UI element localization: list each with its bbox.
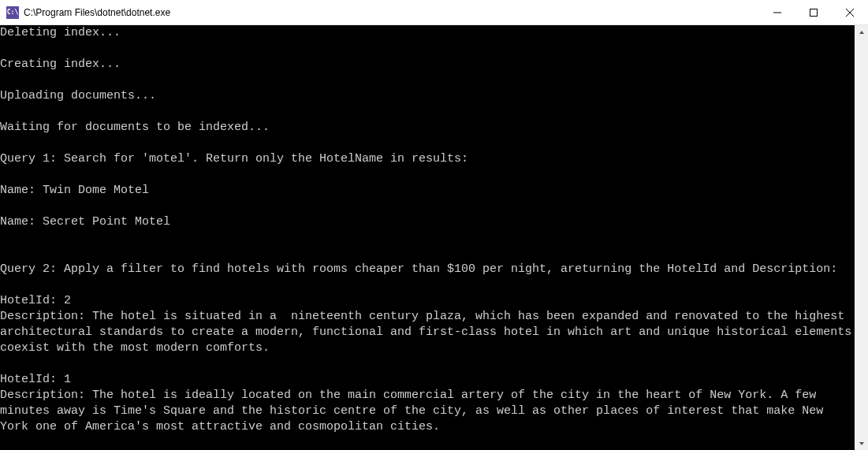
maximize-button[interactable] (795, 0, 832, 24)
app-icon: C:\ (6, 6, 19, 19)
svg-marker-4 (859, 31, 864, 34)
minimize-button[interactable] (759, 0, 795, 24)
svg-rect-1 (810, 9, 818, 16)
window-controls (759, 0, 868, 24)
scroll-up-icon[interactable] (855, 25, 868, 39)
console-area: Deleting index... Creating index... Uplo… (0, 25, 868, 450)
window-title: C:\Program Files\dotnet\dotnet.exe (24, 7, 170, 18)
close-button[interactable] (832, 0, 868, 24)
vertical-scrollbar[interactable] (855, 25, 868, 450)
titlebar[interactable]: C:\ C:\Program Files\dotnet\dotnet.exe (0, 0, 868, 25)
svg-marker-5 (859, 442, 864, 445)
scroll-down-icon[interactable] (855, 437, 868, 450)
console-window: C:\ C:\Program Files\dotnet\dotnet.exe D… (0, 0, 868, 450)
console-output[interactable]: Deleting index... Creating index... Uplo… (0, 25, 855, 450)
